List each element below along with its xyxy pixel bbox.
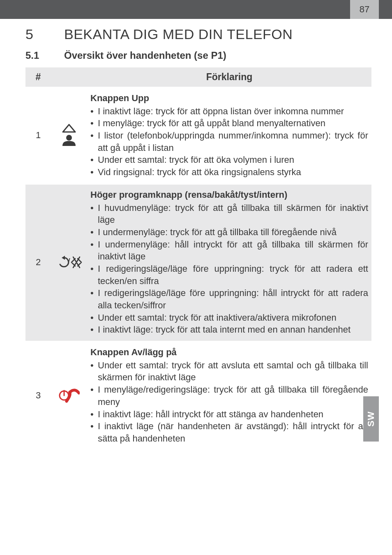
table-row: 1 Knappen Upp I inaktivt läge: tryck för… — [25, 88, 371, 183]
bullet-item: I inaktivt läge (när handenheten är avst… — [90, 420, 368, 444]
top-bar: 87 — [0, 0, 392, 19]
bullet-item: I redigeringsläge/läge före uppringning:… — [90, 263, 368, 287]
up-contacts-icon — [60, 124, 78, 147]
svg-point-0 — [66, 135, 72, 141]
bullet-item: I undermenyläge: tryck för att gå tillba… — [90, 226, 368, 238]
section-heading: 5 BEKANTA DIG MED DIN TELEFON — [25, 26, 371, 42]
table-header-row: # Förklaring — [25, 67, 371, 87]
page-content: 5 BEKANTA DIG MED DIN TELEFON 5.1 Översi… — [0, 19, 392, 451]
bullet-item: I huvudmenyläge: tryck för att gå tillba… — [90, 202, 368, 226]
power-hangup-icon — [58, 386, 80, 405]
bullet-item: I redigeringsläge/läge före uppringning:… — [90, 287, 368, 311]
bullet-item: I undermenyläge: håll intryckt för att g… — [90, 238, 368, 263]
table-row: 2 / Höger programknapp (rensa/bakåt/tyst… — [25, 185, 371, 341]
row-title: Knappen Av/lägg på — [90, 346, 368, 358]
row-icon-cell: / — [51, 185, 87, 341]
row-number: 2 — [25, 185, 51, 341]
bullet-item: Under ett samtal: tryck för att avsluta … — [90, 359, 368, 384]
bullet-item: I inaktivt läge: håll intryckt för att s… — [90, 408, 368, 421]
bullet-item: I inaktivt läge: tryck för att tala inte… — [90, 324, 368, 336]
section-title: BEKANTA DIG MED DIN TELEFON — [64, 26, 293, 42]
row-icon-cell — [51, 342, 87, 450]
row-description: Höger programknapp (rensa/bakåt/tyst/int… — [87, 185, 371, 341]
row-description: Knappen Av/lägg på Under ett samtal: try… — [87, 342, 371, 450]
col-header-icon — [51, 67, 87, 87]
language-code: SW — [366, 411, 376, 426]
bullet-item: Vid ringsignal: tryck för att öka ringsi… — [90, 166, 368, 178]
bullet-item: I menyläge/redigeringsläge: tryck för at… — [90, 384, 368, 408]
row-icon-cell — [51, 88, 87, 183]
row-bullets: I huvudmenyläge: tryck för att gå tillba… — [90, 202, 368, 336]
back-mute-icon: / — [56, 255, 82, 269]
row-title: Knappen Upp — [90, 92, 368, 104]
language-side-tab: SW — [363, 396, 379, 442]
col-header-hash: # — [25, 67, 51, 87]
row-bullets: Under ett samtal: tryck för att avsluta … — [90, 359, 368, 445]
bullet-item: Under ett samtal: tryck för att inaktive… — [90, 312, 368, 324]
table-row: 3 Knappen Av/lägg på Under ett samtal: t… — [25, 342, 371, 450]
bullet-item: I inaktivt läge: tryck för att öppna lis… — [90, 105, 368, 118]
bullet-item: Under ett samtal: tryck för att öka voly… — [90, 154, 368, 166]
page-number: 87 — [360, 4, 369, 15]
row-title: Höger programknapp (rensa/bakåt/tyst/int… — [90, 189, 368, 201]
row-description: Knappen Upp I inaktivt läge: tryck för a… — [87, 88, 371, 183]
overview-table: # Förklaring 1 Knappen Upp I inaktivt lä… — [25, 66, 371, 451]
subsection-title: Översikt över handenheten (se P1) — [64, 50, 226, 61]
row-number: 1 — [25, 88, 51, 183]
row-number: 3 — [25, 342, 51, 450]
bullet-item: I menyläge: tryck för att gå uppåt bland… — [90, 117, 368, 130]
row-bullets: I inaktivt läge: tryck för att öppna lis… — [90, 105, 368, 178]
subsection-heading: 5.1 Översikt över handenheten (se P1) — [25, 50, 371, 61]
section-number: 5 — [25, 26, 64, 42]
subsection-number: 5.1 — [25, 50, 64, 61]
bullet-item: I listor (telefonbok/uppringda nummer/in… — [90, 130, 368, 154]
page-number-box: 87 — [350, 0, 379, 19]
svg-text:/: / — [67, 256, 70, 267]
col-header-explanation: Förklaring — [87, 67, 371, 87]
